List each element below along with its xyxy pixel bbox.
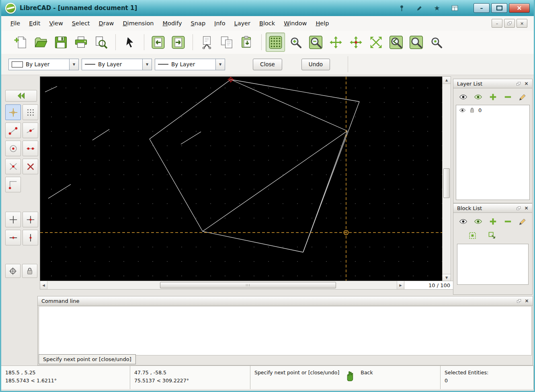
center-icon	[8, 144, 18, 153]
menu-edit[interactable]: Edit	[25, 18, 45, 29]
print-button[interactable]	[71, 33, 90, 52]
pin-button[interactable]	[396, 3, 407, 13]
winlayout-button[interactable]	[449, 3, 460, 13]
remove-block-button[interactable]	[502, 216, 514, 227]
layer-row[interactable]: 0	[456, 105, 529, 115]
horizontal-scroll-thumb[interactable]	[160, 282, 336, 288]
zoom-pan-button[interactable]	[426, 33, 446, 52]
float-panel-button[interactable]	[515, 80, 523, 87]
menu-layer[interactable]: Layer	[230, 18, 255, 29]
menu-info[interactable]: Info	[210, 18, 230, 29]
cut-button[interactable]	[197, 33, 216, 52]
menu-modify[interactable]: Modify	[158, 18, 187, 29]
save-document-button[interactable]	[51, 33, 70, 52]
menu-window[interactable]: Window	[279, 18, 311, 29]
snap-intersection-button[interactable]	[5, 159, 21, 174]
menu-dimension[interactable]: Dimension	[118, 18, 158, 29]
line-preview	[85, 64, 95, 65]
restrict-vertical-button[interactable]	[23, 230, 38, 245]
insert-block-button[interactable]	[486, 230, 498, 241]
scroll-down-button[interactable]: ▼	[443, 274, 451, 281]
zoom-window-button[interactable]	[406, 33, 426, 52]
grid-toggle-button[interactable]	[266, 33, 285, 52]
pen-color-dropdown[interactable]: By Layer▼	[8, 59, 79, 70]
zoom-auto-button[interactable]	[326, 33, 345, 52]
add-block-button[interactable]	[487, 216, 499, 227]
paste-button[interactable]	[237, 33, 256, 52]
new-document-button[interactable]	[11, 33, 30, 52]
command-prompt[interactable]: Specify next point or [close/undo]	[39, 354, 136, 364]
float-panel-button[interactable]	[515, 298, 523, 304]
lock-relative-zero-button[interactable]	[22, 264, 37, 278]
maximize-button[interactable]	[491, 3, 507, 13]
toggle-layer-visibility-button[interactable]	[472, 91, 484, 103]
snap-on-entity-button[interactable]	[23, 122, 38, 138]
scroll-left-button[interactable]: ◀	[40, 281, 47, 289]
snap-clear-button[interactable]	[23, 159, 38, 174]
toggle-all-blocks-visibility-button[interactable]	[457, 216, 469, 227]
vertical-scroll-thumb[interactable]	[443, 168, 450, 198]
document-restore-button[interactable]	[504, 19, 515, 28]
layer-lock-icon[interactable]	[469, 107, 476, 114]
menu-view[interactable]: View	[45, 18, 67, 29]
toggle-block-visibility-button[interactable]	[472, 216, 484, 227]
modify-block-button[interactable]	[517, 216, 529, 227]
zoom-in-button[interactable]	[286, 33, 305, 52]
remove-layer-button[interactable]	[502, 91, 514, 103]
zoom-out-button[interactable]	[306, 33, 325, 52]
copy-icon	[220, 36, 234, 49]
scroll-right-button[interactable]: ▶	[397, 281, 404, 289]
restrict-orthogonal-button[interactable]	[23, 212, 38, 227]
menu-draw[interactable]: Draw	[94, 18, 119, 29]
add-layer-button[interactable]	[487, 91, 499, 103]
back-button[interactable]	[5, 90, 37, 102]
snap-middle-button[interactable]	[5, 177, 21, 192]
restrict-nothing-button[interactable]	[5, 212, 21, 227]
edit-block-button[interactable]	[466, 230, 479, 241]
redo-step-button[interactable]	[168, 33, 188, 52]
star-button[interactable]: ★	[432, 3, 442, 13]
toggle-all-layers-visibility-button[interactable]	[457, 91, 469, 103]
zoom-extents-button[interactable]	[366, 33, 385, 52]
snap-grid-button[interactable]	[23, 104, 38, 120]
command-history[interactable]	[39, 306, 532, 355]
close-panel-button[interactable]: ×	[523, 205, 530, 212]
set-relative-zero-button[interactable]	[5, 264, 20, 278]
float-panel-button[interactable]	[515, 205, 523, 212]
close-button[interactable]: ×	[509, 3, 530, 13]
snap-endpoint-button[interactable]	[5, 122, 21, 138]
pen-width-dropdown[interactable]: By Layer▼	[82, 59, 152, 70]
undo-step-button[interactable]	[148, 33, 168, 52]
selection-pointer-button[interactable]	[120, 33, 139, 52]
snap-free-button[interactable]	[5, 104, 21, 120]
open-document-button[interactable]	[31, 33, 50, 52]
print-preview-button[interactable]	[91, 33, 111, 52]
menu-help[interactable]: Help	[311, 18, 333, 29]
undo-point-button[interactable]: Undo	[301, 59, 330, 70]
close-panel-button[interactable]: ×	[523, 80, 530, 87]
snap-distance-button[interactable]	[23, 141, 38, 156]
snap-center-button[interactable]	[5, 141, 21, 156]
menu-snap[interactable]: Snap	[187, 18, 210, 29]
copy-button[interactable]	[217, 33, 236, 52]
close-panel-button[interactable]: ×	[523, 298, 531, 304]
menu-block[interactable]: Block	[255, 18, 279, 29]
layer-visibility-icon[interactable]	[459, 107, 466, 114]
minimize-button[interactable]: –	[474, 3, 490, 13]
restrict-h-icon	[8, 233, 18, 243]
close-polyline-button[interactable]: Close	[253, 59, 282, 70]
document-minimize-button[interactable]: –	[492, 19, 502, 28]
modify-layer-button[interactable]	[517, 91, 529, 103]
horizontal-scrollbar[interactable]: ◀ ▶	[40, 281, 404, 290]
document-close-button[interactable]: ×	[517, 19, 527, 28]
zoom-previous-button[interactable]	[386, 33, 406, 52]
restrict-horizontal-button[interactable]	[5, 230, 21, 245]
drawing-canvas[interactable]	[40, 76, 443, 281]
pen-button[interactable]	[414, 3, 424, 13]
vertical-scrollbar[interactable]: ▲ ▼	[442, 76, 451, 282]
scroll-up-button[interactable]: ▲	[443, 77, 451, 84]
pen-linetype-dropdown[interactable]: By Layer▼	[155, 59, 225, 70]
menu-file[interactable]: File	[6, 18, 25, 29]
zoom-redraw-button[interactable]	[346, 33, 365, 52]
menu-select[interactable]: Select	[68, 18, 94, 29]
